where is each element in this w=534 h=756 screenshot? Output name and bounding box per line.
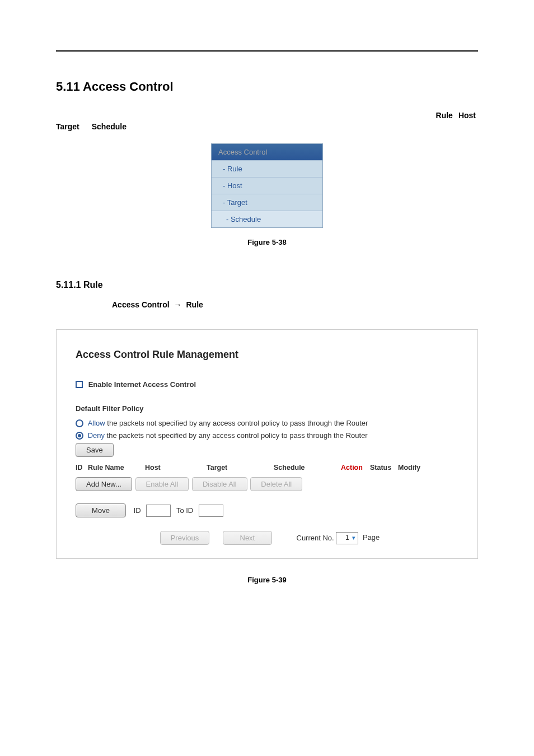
next-button[interactable]: Next — [223, 531, 272, 545]
rules-table-header: ID Rule Name Host Target Schedule Action… — [76, 464, 458, 472]
chevron-down-icon: ▾ — [352, 534, 355, 542]
enable-access-control-label: Enable Internet Access Control — [88, 380, 196, 389]
breadcrumb: Access Control → Rule — [56, 300, 478, 309]
col-modify: Modify — [398, 464, 432, 472]
policy-deny-radio[interactable] — [76, 432, 83, 440]
arrow-icon: → — [174, 300, 182, 309]
previous-button[interactable]: Previous — [160, 531, 210, 545]
subsection-title: 5.11.1 Rule — [56, 280, 478, 290]
nav-item-rule[interactable]: - Rule — [212, 160, 322, 177]
move-id-input[interactable] — [146, 505, 171, 517]
col-target: Target — [207, 464, 274, 472]
save-button[interactable]: Save — [76, 443, 114, 457]
nav-item-target[interactable]: - Target — [212, 194, 322, 211]
figure-5-39-caption: Figure 5-39 — [56, 576, 478, 584]
enable-access-control-checkbox[interactable] — [76, 381, 83, 388]
policy-allow-radio[interactable] — [76, 419, 83, 427]
col-schedule: Schedule — [274, 464, 341, 472]
nav-item-schedule[interactable]: - Schedule — [212, 211, 322, 227]
figure-5-38-caption: Figure 5-38 — [56, 238, 478, 246]
default-filter-policy-heading: Default Filter Policy — [76, 404, 458, 413]
nav-header[interactable]: Access Control — [212, 144, 322, 160]
move-toid-label: To ID — [176, 506, 193, 515]
page-divider — [56, 50, 478, 52]
rule-management-panel: Access Control Rule Management Enable In… — [56, 329, 478, 559]
section-title: 5.11 Access Control — [56, 80, 478, 94]
page-select-value: 1 — [345, 534, 349, 542]
disable-all-button[interactable]: Disable All — [192, 477, 247, 491]
col-rule-name: Rule Name — [88, 464, 145, 472]
intro-line2: TargetSchedule — [56, 122, 478, 131]
move-id-label: ID — [134, 506, 141, 515]
col-action: Action — [341, 464, 370, 472]
move-button[interactable]: Move — [76, 503, 126, 517]
page-select[interactable]: 1 ▾ — [336, 532, 358, 544]
move-toid-input[interactable] — [199, 505, 223, 517]
radio-selected-icon — [78, 434, 81, 437]
col-id: ID — [76, 464, 88, 472]
current-no-label: Current No. — [297, 534, 334, 542]
intro-line1: RuleHost — [56, 111, 478, 120]
delete-all-button[interactable]: Delete All — [250, 477, 302, 491]
panel-title: Access Control Rule Management — [76, 349, 458, 361]
page-label: Page — [363, 533, 380, 542]
add-new-button[interactable]: Add New... — [76, 477, 132, 491]
col-status: Status — [370, 464, 398, 472]
nav-item-host[interactable]: - Host — [212, 177, 322, 194]
access-control-menu: Access Control - Rule - Host - Target - … — [211, 143, 323, 228]
enable-all-button[interactable]: Enable All — [135, 477, 189, 491]
col-host: Host — [145, 464, 207, 472]
